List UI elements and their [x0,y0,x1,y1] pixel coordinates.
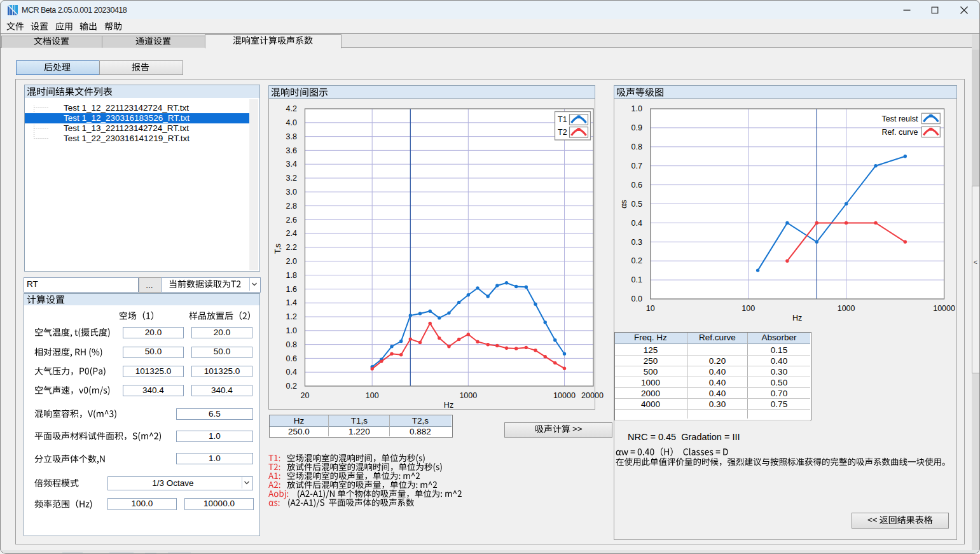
svg-text:αs: αs [619,200,628,208]
svg-text:0.0: 0.0 [631,294,642,303]
svg-text:10: 10 [646,304,655,313]
svg-text:Test reulst: Test reulst [882,114,918,123]
svg-text:20000: 20000 [581,391,604,400]
svg-text:2.8: 2.8 [286,202,297,211]
svg-text:0.3: 0.3 [631,238,642,247]
svg-text:0.7: 0.7 [631,162,642,170]
svg-text:20: 20 [301,391,310,400]
svg-text:T,s: T,s [273,244,282,254]
svg-text:3.2: 3.2 [286,174,297,183]
svg-text:3.8: 3.8 [286,132,297,141]
svg-text:1.4: 1.4 [286,298,297,307]
svg-text:0.6: 0.6 [286,354,297,363]
svg-text:10000: 10000 [933,304,955,313]
svg-text:4.0: 4.0 [286,118,297,127]
svg-text:0.1: 0.1 [631,275,642,284]
svg-text:T2: T2 [558,128,567,137]
svg-text:3.6: 3.6 [286,146,297,155]
svg-text:1000: 1000 [459,391,477,400]
svg-text:2.4: 2.4 [286,229,297,238]
svg-text:3.0: 3.0 [286,188,297,197]
svg-text:0.4: 0.4 [631,219,642,228]
svg-text:0.5: 0.5 [631,200,642,209]
svg-text:1.0: 1.0 [631,104,642,113]
svg-text:0.2: 0.2 [631,256,642,265]
svg-text:0.2: 0.2 [286,382,297,391]
svg-text:3.4: 3.4 [286,160,297,169]
svg-text:2.0: 2.0 [286,257,297,266]
svg-text:T1: T1 [558,115,567,124]
svg-text:0.6: 0.6 [631,181,642,190]
svg-text:0.9: 0.9 [631,123,642,132]
svg-text:4.2: 4.2 [286,104,297,113]
svg-text:1.2: 1.2 [286,312,297,321]
svg-text:1000: 1000 [838,304,855,313]
svg-text:100: 100 [366,391,379,400]
svg-text:Hz: Hz [444,401,453,408]
svg-text:Ref. curve: Ref. curve [882,128,918,137]
svg-text:0.8: 0.8 [286,340,297,349]
svg-text:Hz: Hz [792,314,802,322]
svg-text:1.6: 1.6 [286,285,297,294]
svg-text:0.4: 0.4 [286,368,297,377]
svg-text:10000: 10000 [553,391,576,400]
svg-text:2.2: 2.2 [286,243,297,252]
svg-text:0.8: 0.8 [631,142,642,151]
svg-text:1.0: 1.0 [286,326,297,335]
svg-text:1.8: 1.8 [286,271,297,280]
svg-text:2.6: 2.6 [286,216,297,225]
svg-text:100: 100 [742,304,755,313]
